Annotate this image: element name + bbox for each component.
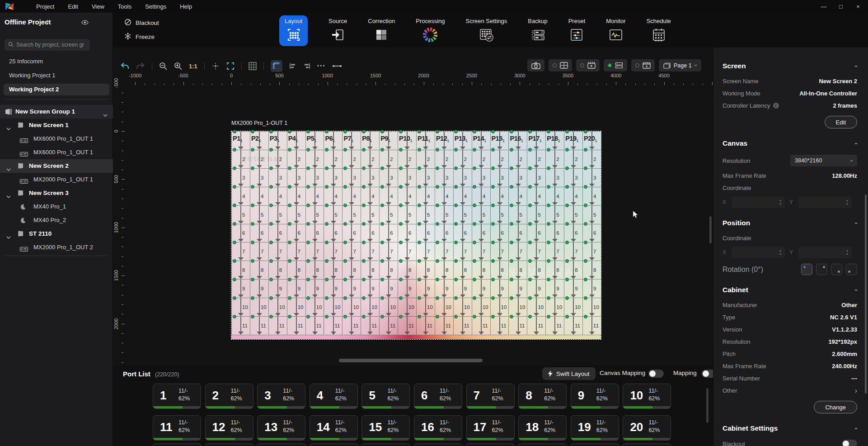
blackout-toggle[interactable] [842,440,857,446]
cabinet-cell[interactable]: 10 [509,298,528,317]
cabinet-cell[interactable]: 8 [269,261,287,280]
cabinet-cell[interactable]: 6 [491,224,509,243]
cabinet-cell[interactable]: P121 [435,132,454,150]
cabinet-cell[interactable]: 10 [417,298,435,317]
tab-preset[interactable]: Preset [568,15,586,46]
cabinet-cell[interactable]: 9 [509,280,528,298]
cabinet-cell[interactable]: 8 [472,261,491,280]
cabinet-cell[interactable]: 6 [583,224,601,243]
cabinet-cell[interactable]: P21 [250,132,269,150]
port-card-clipped[interactable] [310,443,358,446]
cabinet-cell[interactable]: 9 [435,280,454,298]
cabinet-cell[interactable]: 8 [250,261,269,280]
cabinet-cell[interactable]: 10 [343,298,361,317]
port-card-7[interactable]: 711/-62% [466,384,515,409]
cabinet-cell[interactable]: 3 [564,169,583,187]
cabinet-cell[interactable]: 4 [417,187,435,206]
port-card-9[interactable]: 911/-62% [571,384,619,409]
cabinet-cell[interactable]: 4 [380,187,398,206]
section-screen[interactable]: Screen › [723,62,857,70]
cabinet-cell[interactable]: 4 [324,187,343,206]
cabinet-cell[interactable]: 6 [361,224,380,243]
cabinet-cell[interactable]: P91 [380,132,398,150]
canvas-mapping-toggle[interactable] [648,370,664,378]
cabinet-cell[interactable]: 6 [380,224,398,243]
cabinet-cell[interactable]: 6 [306,224,324,243]
cabinet-cell[interactable]: 3 [380,169,398,187]
chevron-down-icon[interactable] [6,192,11,200]
cabinet-cell[interactable]: 10 [454,298,472,317]
cabinet-cell[interactable]: 9 [287,280,306,298]
cabinet-cell[interactable]: 10 [287,298,306,317]
cabinet-cell[interactable]: 10 [361,298,380,317]
cabinet-cell[interactable]: 9 [361,280,380,298]
cabinet-cell[interactable]: 2 [454,150,472,169]
cabinet-cell[interactable]: P31 [269,132,287,150]
tree-item-screen[interactable]: ST 2110 [0,227,113,241]
window-view-toggle[interactable] [549,59,572,71]
cabinet-cell[interactable]: 2 [361,150,380,169]
cabinet-cell[interactable]: 2 [232,150,250,169]
horizontal-scrollbar[interactable] [339,359,483,362]
port-card-13[interactable]: 1311/-62% [257,415,305,441]
cabinet-cell[interactable]: 11 [398,317,417,335]
cabinet-cell[interactable]: 10 [232,298,250,317]
cabinet-cell[interactable]: 2 [250,150,269,169]
cabinet-cell[interactable]: 4 [583,187,601,206]
cabinet-cell[interactable]: 10 [583,298,601,317]
cabinet-cell[interactable]: 7 [509,242,528,261]
cabinet-cell[interactable]: 3 [287,169,306,187]
cabinet-cell[interactable]: 4 [306,187,324,206]
cabinet-cell[interactable]: P11 [232,132,250,150]
snapshot-button[interactable] [527,59,544,71]
port-card-clipped[interactable] [153,443,201,446]
cabinet-cell[interactable]: 5 [454,206,472,224]
cabinet-cell[interactable]: 2 [417,150,435,169]
cabinet-cell[interactable]: 5 [398,206,417,224]
cabinet-cell[interactable]: 6 [343,224,361,243]
zoom-ratio-button[interactable]: 1:1 [189,63,197,70]
cabinet-cell[interactable]: 5 [509,206,528,224]
cabinet-cell[interactable]: 2 [527,150,546,169]
cabinet-cell[interactable]: 11 [564,317,583,335]
cabinet-cell[interactable]: 10 [491,298,509,317]
blackout-button[interactable]: Blackout [124,19,159,27]
cabinet-cell[interactable]: P111 [417,132,435,150]
cabinet-cell[interactable]: 3 [250,169,269,187]
cabinet-cell[interactable]: 11 [435,317,454,335]
cabinet-cell[interactable]: P71 [343,132,361,150]
cabinet-cell[interactable]: 6 [527,224,546,243]
cabinet-cell[interactable]: 3 [343,169,361,187]
cabinet-cell[interactable]: 4 [250,187,269,206]
cabinet-cell[interactable]: 7 [583,242,601,261]
cabinet-cell[interactable]: 3 [269,169,287,187]
cabinet-cell[interactable]: 8 [306,261,324,280]
cabinet-cell[interactable]: 7 [250,242,269,261]
cabinet-cell[interactable]: 4 [509,187,528,206]
cabinet-cell[interactable]: 11 [527,317,546,335]
cabinet-cell[interactable]: 3 [306,169,324,187]
cabinet-cell[interactable]: 4 [472,187,491,206]
cabinet-cell[interactable]: 5 [472,206,491,224]
project-item[interactable]: Working Project 2 [4,84,109,95]
cabinet-cell[interactable]: 10 [527,298,546,317]
search-box[interactable] [5,39,90,51]
cabinet-cell[interactable]: 10 [306,298,324,317]
cabinet-cell[interactable]: 7 [324,242,343,261]
tree-item-device[interactable]: MX2000 Pro_1_OUT 2 [0,241,113,254]
measure-line-icon[interactable] [332,64,342,68]
cabinet-cell[interactable]: 11 [287,317,306,335]
cabinet-cell[interactable]: 11 [417,317,435,335]
section-cabinet[interactable]: Cabinet › [723,286,857,294]
cabinet-cell[interactable]: 8 [324,261,343,280]
change-button[interactable]: Change [814,401,857,413]
cabinet-cell[interactable]: 6 [454,224,472,243]
port-card-15[interactable]: 1511/-62% [361,415,410,441]
project-item[interactable]: 25 Infocomm [4,56,109,67]
cabinet-cell[interactable]: 8 [583,261,601,280]
cabinet-cell[interactable]: 11 [583,317,601,335]
cabinet-cell[interactable]: P41 [287,132,306,150]
cabinet-cell[interactable]: 8 [343,261,361,280]
canvas-x-input[interactable]: ▲▼ [732,196,785,208]
cabinet-cell[interactable]: 11 [306,317,324,335]
